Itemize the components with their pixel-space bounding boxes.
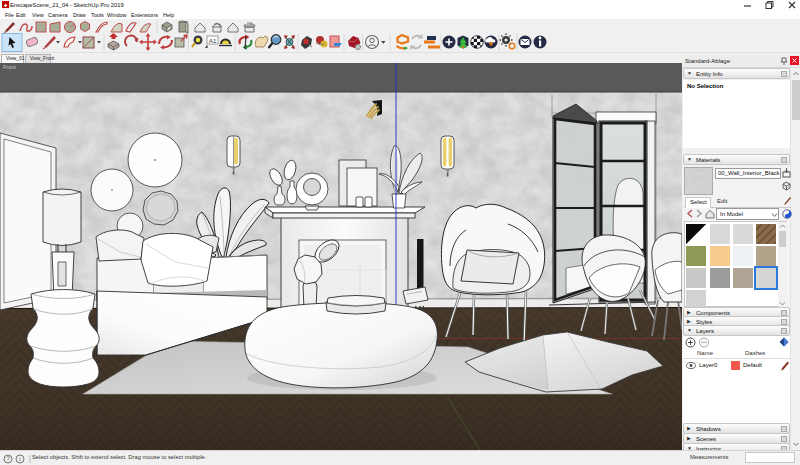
svg-text:i: i	[19, 455, 21, 462]
svg-text:Front: Front	[3, 64, 16, 70]
svg-text:A1: A1	[209, 38, 217, 44]
svg-text:?: ?	[6, 455, 10, 462]
